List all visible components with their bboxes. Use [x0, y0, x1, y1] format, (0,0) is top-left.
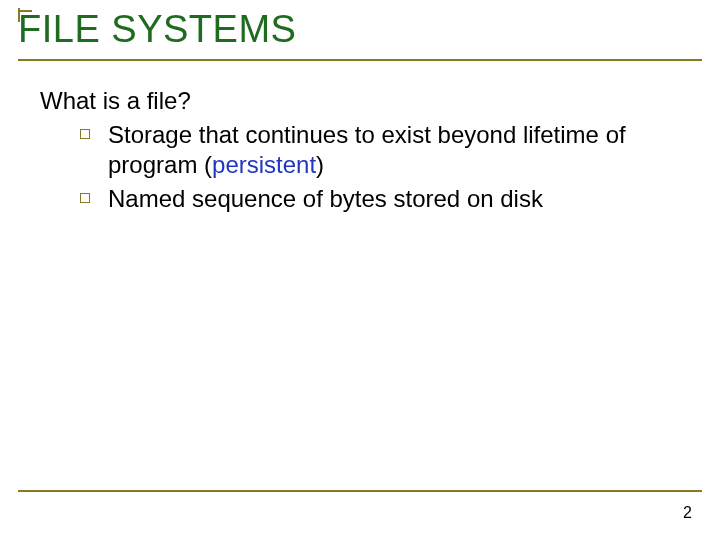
- slide: FILE SYSTEMS What is a file? Storage tha…: [0, 0, 720, 540]
- title-rule-top: [18, 10, 32, 12]
- bullet-text-post: ): [316, 151, 324, 178]
- content: What is a file? Storage that continues t…: [40, 86, 680, 218]
- slide-title: FILE SYSTEMS: [18, 8, 702, 57]
- bullet-text-pre: Named sequence of bytes stored on disk: [108, 185, 543, 212]
- bullet-text-pre: Storage that continues to exist beyond l…: [108, 121, 626, 178]
- square-bullet-icon: [80, 129, 90, 139]
- bullet-keyword: persistent: [212, 151, 316, 178]
- page-number: 2: [683, 504, 692, 522]
- title-block: FILE SYSTEMS: [18, 8, 702, 61]
- list-item: Storage that continues to exist beyond l…: [80, 120, 680, 180]
- title-rule-bottom: [18, 59, 702, 61]
- footer-rule: [18, 490, 702, 492]
- square-bullet-icon: [80, 193, 90, 203]
- lead-question: What is a file?: [40, 86, 680, 116]
- list-item: Named sequence of bytes stored on disk: [80, 184, 680, 214]
- bullet-list: Storage that continues to exist beyond l…: [40, 120, 680, 214]
